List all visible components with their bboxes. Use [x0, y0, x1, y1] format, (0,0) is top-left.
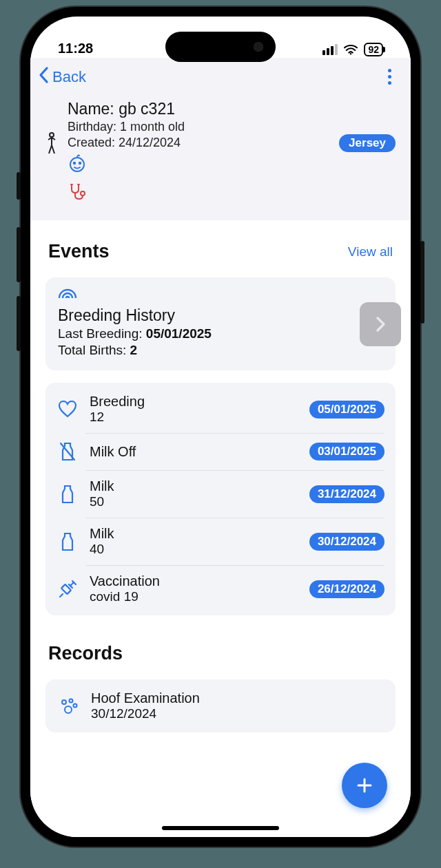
animal-birthday: Birthday: 1 month old: [68, 120, 396, 134]
event-row-vaccination[interactable]: Vaccination covid 19 26/12/2024: [45, 565, 396, 613]
animal-name: Name: gb c321: [68, 100, 396, 118]
breed-badge: Jersey: [339, 134, 396, 152]
nav-bar: Back: [30, 58, 411, 96]
content-area: Events View all Breeding History Last Br…: [30, 220, 411, 837]
date-badge: 26/12/2024: [309, 580, 384, 598]
event-title: Milk: [90, 478, 298, 494]
add-button[interactable]: [342, 763, 387, 808]
date-badge: 30/12/2024: [309, 533, 384, 551]
svg-point-3: [74, 162, 75, 164]
date-badge: 05/01/2025: [309, 401, 384, 419]
date-badge: 03/01/2025: [309, 443, 384, 461]
record-title: Hoof Examination: [91, 690, 383, 706]
baby-icon: [68, 154, 396, 176]
svg-point-1: [50, 133, 54, 137]
back-label: Back: [52, 68, 86, 86]
breeding-last: Last Breeding: 05/01/2025: [58, 326, 383, 341]
records-title: Records: [48, 643, 123, 664]
svg-point-10: [65, 706, 72, 713]
event-title: Breeding: [90, 394, 298, 410]
svg-point-7: [62, 700, 66, 704]
syringe-icon: [57, 579, 79, 600]
heart-icon: [57, 401, 79, 419]
event-sub: 50: [90, 494, 298, 509]
chevron-left-icon: [37, 66, 51, 88]
paw-icon: [58, 697, 80, 716]
event-row-milk-2[interactable]: Milk 40 30/12/2024: [45, 518, 396, 565]
svg-point-5: [81, 191, 85, 195]
dynamic-island: [165, 32, 276, 62]
breeding-icon: [58, 290, 77, 301]
event-title: Vaccination: [90, 573, 298, 589]
svg-point-0: [350, 53, 351, 54]
gender-male-icon: [45, 131, 58, 158]
milk-icon: [57, 531, 79, 552]
events-list: Breeding 12 05/01/2025 Milk Off: [45, 383, 396, 615]
back-button[interactable]: Back: [37, 66, 86, 88]
event-row-milk-1[interactable]: Milk 50 31/12/2024: [45, 470, 396, 518]
breeding-total: Total Births: 2: [58, 343, 383, 358]
breeding-history-card[interactable]: Breeding History Last Breeding: 05/01/20…: [45, 277, 396, 370]
home-indicator[interactable]: [162, 826, 279, 830]
event-sub: 40: [90, 542, 298, 557]
svg-point-8: [70, 699, 73, 702]
event-title: Milk: [90, 526, 298, 542]
cellular-icon: [322, 44, 338, 55]
milk-icon: [57, 484, 79, 505]
breeding-history-title: Breeding History: [58, 306, 383, 325]
next-button[interactable]: [360, 302, 401, 346]
record-date: 30/12/2024: [91, 706, 383, 721]
record-row[interactable]: Hoof Examination 30/12/2024: [45, 679, 396, 732]
svg-point-4: [79, 162, 81, 164]
svg-point-9: [74, 703, 77, 707]
event-sub: 12: [90, 410, 298, 425]
event-row-milk-off[interactable]: Milk Off 03/01/2025: [45, 433, 396, 470]
more-button[interactable]: [384, 65, 396, 89]
status-time: 11:28: [58, 41, 93, 56]
milk-off-icon: [57, 441, 79, 462]
event-title: Milk Off: [90, 444, 298, 460]
stethoscope-icon: [68, 182, 396, 204]
wifi-icon: [343, 44, 358, 55]
events-view-all[interactable]: View all: [348, 244, 393, 260]
events-title: Events: [48, 241, 110, 262]
battery-icon: 92: [364, 43, 383, 56]
event-row-breeding[interactable]: Breeding 12 05/01/2025: [45, 385, 396, 433]
profile-header: Name: gb c321 Birthday: 1 month old Crea…: [30, 96, 411, 220]
date-badge: 31/12/2024: [309, 485, 384, 503]
svg-point-2: [70, 158, 84, 171]
event-sub: covid 19: [90, 589, 298, 604]
